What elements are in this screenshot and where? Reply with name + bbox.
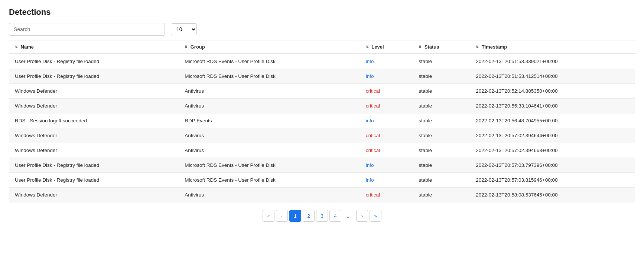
- table-row[interactable]: Windows Defender Antivirus critical stab…: [9, 128, 635, 143]
- cell-name: User Profile Disk - Registry file loaded: [9, 158, 179, 173]
- table-row[interactable]: Windows Defender Antivirus critical stab…: [9, 143, 635, 158]
- cell-status: stable: [413, 69, 470, 84]
- pagination-page-3[interactable]: 3: [316, 210, 328, 222]
- table-row[interactable]: Windows Defender Antivirus critical stab…: [9, 188, 635, 202]
- col-header-name[interactable]: ⇅ Name: [9, 40, 179, 54]
- cell-group: Microsoft RDS Events - User Profile Disk: [179, 173, 360, 188]
- cell-level: info: [360, 54, 413, 69]
- sort-arrows-group: ⇅: [185, 46, 188, 49]
- table-body: User Profile Disk - Registry file loaded…: [9, 54, 635, 202]
- cell-status: stable: [413, 99, 470, 113]
- cell-status: stable: [413, 84, 470, 99]
- table-row[interactable]: Windows Defender Antivirus critical stab…: [9, 99, 635, 113]
- cell-status: stable: [413, 188, 470, 202]
- sort-arrows-status: ⇅: [419, 46, 422, 49]
- col-header-level[interactable]: ⇅ Level: [360, 40, 413, 54]
- cell-status: stable: [413, 173, 470, 188]
- pagination-page-1[interactable]: 1: [289, 210, 301, 222]
- table-row[interactable]: User Profile Disk - Registry file loaded…: [9, 54, 635, 69]
- cell-timestamp: 2022-02-13T20:51:53.412514+00:00: [470, 69, 635, 84]
- table-row[interactable]: User Profile Disk - Registry file loaded…: [9, 173, 635, 188]
- search-input[interactable]: [9, 23, 165, 36]
- cell-status: stable: [413, 113, 470, 128]
- sort-arrows-name: ⇅: [15, 46, 18, 49]
- cell-timestamp: 2022-02-13T20:57:02.394644+00:00: [470, 128, 635, 143]
- cell-name: Windows Defender: [9, 188, 179, 202]
- cell-name: User Profile Disk - Registry file loaded: [9, 173, 179, 188]
- cell-group: Antivirus: [179, 99, 360, 113]
- cell-timestamp: 2022-02-13T20:52:14.885350+00:00: [470, 84, 635, 99]
- pagination-ellipsis: ...: [343, 210, 355, 222]
- cell-level: critical: [360, 188, 413, 202]
- cell-name: Windows Defender: [9, 143, 179, 158]
- col-header-group[interactable]: ⇅ Group: [179, 40, 360, 54]
- cell-name: Windows Defender: [9, 128, 179, 143]
- cell-name: RDS - Session logoff succeeded: [9, 113, 179, 128]
- cell-name: User Profile Disk - Registry file loaded: [9, 69, 179, 84]
- header-row: ⇅ Name ⇅ Group ⇅ Level ⇅ Status ⇅ Time: [9, 40, 635, 54]
- cell-group: Antivirus: [179, 128, 360, 143]
- cell-timestamp: 2022-02-13T20:58:08.537645+00:00: [470, 188, 635, 202]
- pagination-first[interactable]: «: [263, 210, 274, 222]
- page-title: Detections: [9, 7, 635, 17]
- cell-timestamp: 2022-02-13T20:57:03.815946+00:00: [470, 173, 635, 188]
- cell-name: User Profile Disk - Registry file loaded: [9, 54, 179, 69]
- cell-group: Microsoft RDS Events - User Profile Disk: [179, 158, 360, 173]
- table-row[interactable]: User Profile Disk - Registry file loaded…: [9, 158, 635, 173]
- col-header-status[interactable]: ⇅ Status: [413, 40, 470, 54]
- sort-arrows-timestamp: ⇅: [476, 46, 479, 49]
- cell-name: Windows Defender: [9, 99, 179, 113]
- cell-status: stable: [413, 143, 470, 158]
- cell-timestamp: 2022-02-13T20:57:03.797396+00:00: [470, 158, 635, 173]
- cell-group: Antivirus: [179, 143, 360, 158]
- cell-level: info: [360, 69, 413, 84]
- cell-level: critical: [360, 99, 413, 113]
- pagination-prev[interactable]: ‹: [276, 210, 288, 222]
- cell-timestamp: 2022-02-13T20:51:53.339021+00:00: [470, 54, 635, 69]
- cell-status: stable: [413, 54, 470, 69]
- pagination-page-4[interactable]: 4: [329, 210, 341, 222]
- cell-timestamp: 2022-02-13T20:57:02.394663+00:00: [470, 143, 635, 158]
- cell-name: Windows Defender: [9, 84, 179, 99]
- pagination: « ‹ 1 2 3 4 ... › »: [9, 210, 635, 225]
- cell-status: stable: [413, 128, 470, 143]
- page-container: Detections 10 25 50 100 ⇅ Name ⇅ Group ⇅: [0, 0, 644, 233]
- col-header-timestamp[interactable]: ⇅ Timestamp: [470, 40, 635, 54]
- table-row[interactable]: User Profile Disk - Registry file loaded…: [9, 69, 635, 84]
- table-row[interactable]: Windows Defender Antivirus critical stab…: [9, 84, 635, 99]
- cell-level: critical: [360, 128, 413, 143]
- cell-level: info: [360, 173, 413, 188]
- toolbar: 10 25 50 100: [9, 23, 635, 36]
- per-page-select[interactable]: 10 25 50 100: [171, 23, 197, 35]
- cell-group: RDP Events: [179, 113, 360, 128]
- table-row[interactable]: RDS - Session logoff succeeded RDP Event…: [9, 113, 635, 128]
- cell-status: stable: [413, 158, 470, 173]
- cell-level: info: [360, 158, 413, 173]
- pagination-page-2[interactable]: 2: [303, 210, 315, 222]
- detections-table: ⇅ Name ⇅ Group ⇅ Level ⇅ Status ⇅ Time: [9, 40, 635, 202]
- cell-group: Antivirus: [179, 84, 360, 99]
- cell-group: Antivirus: [179, 188, 360, 202]
- cell-group: Microsoft RDS Events - User Profile Disk: [179, 54, 360, 69]
- cell-timestamp: 2022-02-13T20:56:48.704955+00:00: [470, 113, 635, 128]
- sort-arrows-level: ⇅: [366, 46, 369, 49]
- pagination-last[interactable]: »: [370, 210, 381, 222]
- cell-timestamp: 2022-02-13T20:55:33.104641+00:00: [470, 99, 635, 113]
- cell-level: info: [360, 113, 413, 128]
- pagination-next[interactable]: ›: [356, 210, 368, 222]
- cell-level: critical: [360, 143, 413, 158]
- cell-level: critical: [360, 84, 413, 99]
- table-header: ⇅ Name ⇅ Group ⇅ Level ⇅ Status ⇅ Time: [9, 40, 635, 54]
- cell-group: Microsoft RDS Events - User Profile Disk: [179, 69, 360, 84]
